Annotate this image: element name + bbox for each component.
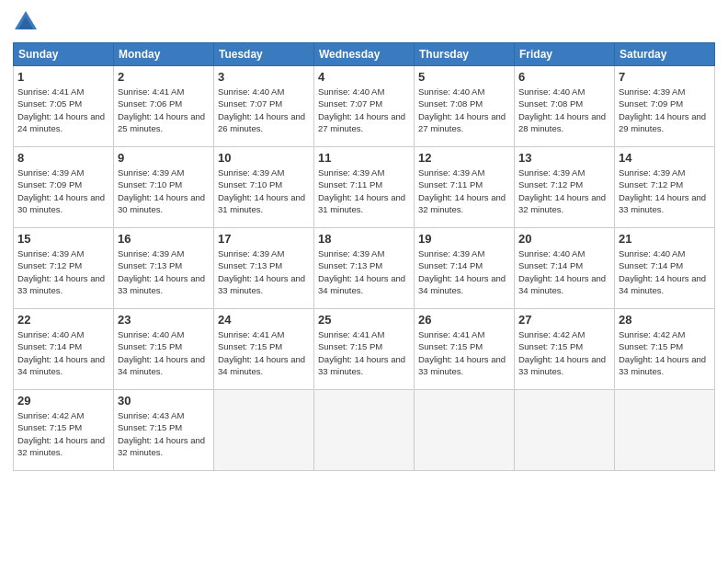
day-info: Sunrise: 4:39 AMSunset: 7:12 PMDaylight:… bbox=[518, 167, 606, 214]
empty-cell bbox=[314, 390, 415, 471]
day-info: Sunrise: 4:42 AMSunset: 7:15 PMDaylight:… bbox=[17, 410, 105, 457]
day-info: Sunrise: 4:39 AMSunset: 7:10 PMDaylight:… bbox=[218, 167, 305, 214]
day-info: Sunrise: 4:39 AMSunset: 7:14 PMDaylight:… bbox=[418, 248, 506, 295]
day-number: 6 bbox=[518, 70, 610, 84]
week-row-5: 29Sunrise: 4:42 AMSunset: 7:15 PMDayligh… bbox=[14, 390, 715, 471]
day-info: Sunrise: 4:39 AMSunset: 7:13 PMDaylight:… bbox=[218, 248, 305, 295]
day-cell-8: 8Sunrise: 4:39 AMSunset: 7:09 PMDaylight… bbox=[14, 147, 114, 228]
day-cell-4: 4Sunrise: 4:40 AMSunset: 7:07 PMDaylight… bbox=[314, 66, 415, 147]
header-saturday: Saturday bbox=[615, 43, 715, 66]
day-cell-20: 20Sunrise: 4:40 AMSunset: 7:14 PMDayligh… bbox=[515, 228, 615, 309]
day-number: 24 bbox=[218, 313, 310, 327]
logo-icon bbox=[13, 9, 39, 35]
day-number: 15 bbox=[17, 232, 109, 246]
day-cell-18: 18Sunrise: 4:39 AMSunset: 7:13 PMDayligh… bbox=[314, 228, 415, 309]
day-number: 25 bbox=[318, 313, 410, 327]
day-number: 7 bbox=[619, 70, 711, 84]
day-info: Sunrise: 4:41 AMSunset: 7:05 PMDaylight:… bbox=[17, 86, 105, 133]
day-number: 20 bbox=[518, 232, 610, 246]
day-info: Sunrise: 4:41 AMSunset: 7:15 PMDaylight:… bbox=[218, 329, 305, 376]
day-cell-7: 7Sunrise: 4:39 AMSunset: 7:09 PMDaylight… bbox=[615, 66, 715, 147]
day-number: 16 bbox=[118, 232, 210, 246]
day-number: 29 bbox=[17, 394, 109, 408]
logo bbox=[13, 9, 42, 35]
header-tuesday: Tuesday bbox=[214, 43, 314, 66]
day-cell-9: 9Sunrise: 4:39 AMSunset: 7:10 PMDaylight… bbox=[114, 147, 214, 228]
day-cell-5: 5Sunrise: 4:40 AMSunset: 7:08 PMDaylight… bbox=[415, 66, 515, 147]
header-thursday: Thursday bbox=[415, 43, 515, 66]
day-number: 28 bbox=[619, 313, 711, 327]
day-cell-2: 2Sunrise: 4:41 AMSunset: 7:06 PMDaylight… bbox=[114, 66, 214, 147]
day-cell-21: 21Sunrise: 4:40 AMSunset: 7:14 PMDayligh… bbox=[615, 228, 715, 309]
day-number: 19 bbox=[418, 232, 510, 246]
day-cell-14: 14Sunrise: 4:39 AMSunset: 7:12 PMDayligh… bbox=[615, 147, 715, 228]
empty-cell bbox=[515, 390, 615, 471]
weekday-header-row: Sunday Monday Tuesday Wednesday Thursday… bbox=[14, 43, 715, 66]
day-cell-3: 3Sunrise: 4:40 AMSunset: 7:07 PMDaylight… bbox=[214, 66, 314, 147]
day-number: 1 bbox=[17, 70, 109, 84]
day-number: 30 bbox=[118, 394, 210, 408]
day-number: 22 bbox=[17, 313, 109, 327]
header-sunday: Sunday bbox=[14, 43, 114, 66]
calendar: Sunday Monday Tuesday Wednesday Thursday… bbox=[13, 42, 715, 471]
empty-cell bbox=[615, 390, 715, 471]
day-number: 12 bbox=[418, 151, 510, 165]
day-cell-25: 25Sunrise: 4:41 AMSunset: 7:15 PMDayligh… bbox=[314, 309, 415, 390]
day-number: 23 bbox=[118, 313, 210, 327]
day-number: 11 bbox=[318, 151, 410, 165]
day-cell-24: 24Sunrise: 4:41 AMSunset: 7:15 PMDayligh… bbox=[214, 309, 314, 390]
page: Sunday Monday Tuesday Wednesday Thursday… bbox=[0, 0, 728, 563]
day-number: 18 bbox=[318, 232, 410, 246]
day-cell-13: 13Sunrise: 4:39 AMSunset: 7:12 PMDayligh… bbox=[515, 147, 615, 228]
day-number: 10 bbox=[218, 151, 310, 165]
day-number: 5 bbox=[418, 70, 510, 84]
day-info: Sunrise: 4:39 AMSunset: 7:09 PMDaylight:… bbox=[17, 167, 105, 214]
day-cell-29: 29Sunrise: 4:42 AMSunset: 7:15 PMDayligh… bbox=[14, 390, 114, 471]
day-info: Sunrise: 4:39 AMSunset: 7:13 PMDaylight:… bbox=[318, 248, 405, 295]
day-cell-15: 15Sunrise: 4:39 AMSunset: 7:12 PMDayligh… bbox=[14, 228, 114, 309]
day-cell-27: 27Sunrise: 4:42 AMSunset: 7:15 PMDayligh… bbox=[515, 309, 615, 390]
day-info: Sunrise: 4:40 AMSunset: 7:14 PMDaylight:… bbox=[518, 248, 606, 295]
day-cell-28: 28Sunrise: 4:42 AMSunset: 7:15 PMDayligh… bbox=[615, 309, 715, 390]
day-cell-10: 10Sunrise: 4:39 AMSunset: 7:10 PMDayligh… bbox=[214, 147, 314, 228]
day-info: Sunrise: 4:41 AMSunset: 7:06 PMDaylight:… bbox=[118, 86, 205, 133]
day-info: Sunrise: 4:39 AMSunset: 7:10 PMDaylight:… bbox=[118, 167, 205, 214]
day-info: Sunrise: 4:39 AMSunset: 7:11 PMDaylight:… bbox=[418, 167, 506, 214]
day-number: 27 bbox=[518, 313, 610, 327]
day-cell-19: 19Sunrise: 4:39 AMSunset: 7:14 PMDayligh… bbox=[415, 228, 515, 309]
day-info: Sunrise: 4:40 AMSunset: 7:15 PMDaylight:… bbox=[118, 329, 205, 376]
day-cell-30: 30Sunrise: 4:43 AMSunset: 7:15 PMDayligh… bbox=[114, 390, 214, 471]
day-cell-23: 23Sunrise: 4:40 AMSunset: 7:15 PMDayligh… bbox=[114, 309, 214, 390]
day-number: 9 bbox=[118, 151, 210, 165]
day-number: 3 bbox=[218, 70, 310, 84]
day-info: Sunrise: 4:39 AMSunset: 7:12 PMDaylight:… bbox=[619, 167, 706, 214]
day-info: Sunrise: 4:39 AMSunset: 7:13 PMDaylight:… bbox=[118, 248, 205, 295]
day-number: 21 bbox=[619, 232, 711, 246]
day-info: Sunrise: 4:42 AMSunset: 7:15 PMDaylight:… bbox=[518, 329, 606, 376]
header-wednesday: Wednesday bbox=[314, 43, 415, 66]
week-row-2: 8Sunrise: 4:39 AMSunset: 7:09 PMDaylight… bbox=[14, 147, 715, 228]
day-number: 2 bbox=[118, 70, 210, 84]
day-info: Sunrise: 4:40 AMSunset: 7:08 PMDaylight:… bbox=[518, 86, 606, 133]
day-number: 4 bbox=[318, 70, 410, 84]
day-cell-26: 26Sunrise: 4:41 AMSunset: 7:15 PMDayligh… bbox=[415, 309, 515, 390]
day-cell-22: 22Sunrise: 4:40 AMSunset: 7:14 PMDayligh… bbox=[14, 309, 114, 390]
day-info: Sunrise: 4:39 AMSunset: 7:12 PMDaylight:… bbox=[17, 248, 105, 295]
week-row-3: 15Sunrise: 4:39 AMSunset: 7:12 PMDayligh… bbox=[14, 228, 715, 309]
day-info: Sunrise: 4:39 AMSunset: 7:09 PMDaylight:… bbox=[619, 86, 706, 133]
day-info: Sunrise: 4:42 AMSunset: 7:15 PMDaylight:… bbox=[619, 329, 706, 376]
header bbox=[13, 9, 715, 35]
day-info: Sunrise: 4:40 AMSunset: 7:07 PMDaylight:… bbox=[318, 86, 405, 133]
day-info: Sunrise: 4:40 AMSunset: 7:08 PMDaylight:… bbox=[418, 86, 506, 133]
day-info: Sunrise: 4:41 AMSunset: 7:15 PMDaylight:… bbox=[318, 329, 405, 376]
day-cell-12: 12Sunrise: 4:39 AMSunset: 7:11 PMDayligh… bbox=[415, 147, 515, 228]
day-info: Sunrise: 4:43 AMSunset: 7:15 PMDaylight:… bbox=[118, 410, 205, 457]
day-cell-16: 16Sunrise: 4:39 AMSunset: 7:13 PMDayligh… bbox=[114, 228, 214, 309]
empty-cell bbox=[214, 390, 314, 471]
day-number: 13 bbox=[518, 151, 610, 165]
day-cell-17: 17Sunrise: 4:39 AMSunset: 7:13 PMDayligh… bbox=[214, 228, 314, 309]
empty-cell bbox=[415, 390, 515, 471]
day-number: 17 bbox=[218, 232, 310, 246]
day-number: 14 bbox=[619, 151, 711, 165]
day-cell-1: 1Sunrise: 4:41 AMSunset: 7:05 PMDaylight… bbox=[14, 66, 114, 147]
